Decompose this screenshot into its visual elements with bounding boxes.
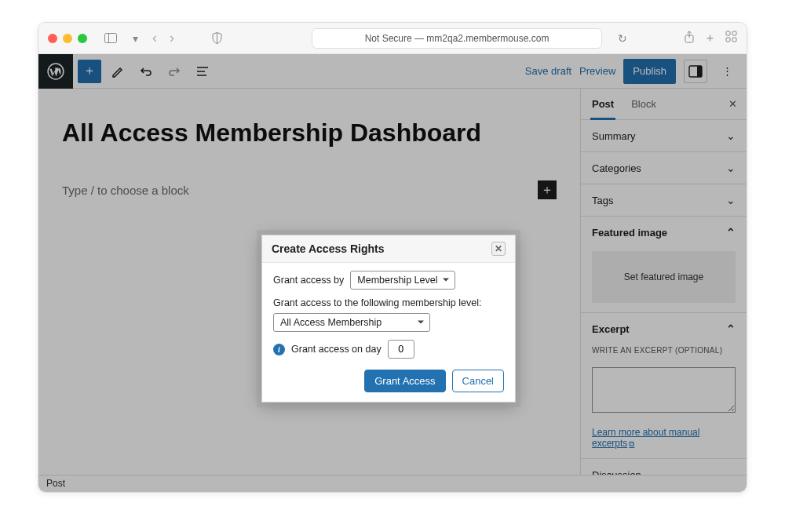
- forward-button[interactable]: ›: [166, 30, 177, 46]
- share-icon[interactable]: [684, 31, 695, 46]
- traffic-lights: [48, 34, 87, 43]
- grant-by-label: Grant access by: [273, 275, 344, 286]
- create-access-rights-dialog: Create Access Rights ✕ Grant access by M…: [261, 235, 516, 403]
- tabs-overview-icon[interactable]: [725, 31, 737, 46]
- browser-titlebar: ▾ ‹ › Not Secure — mm2qa2.membermouse.co…: [38, 23, 747, 54]
- browser-window: ▾ ‹ › Not Secure — mm2qa2.membermouse.co…: [38, 22, 747, 493]
- new-tab-icon[interactable]: ＋: [704, 31, 716, 46]
- membership-level-select[interactable]: All Access Membership: [273, 313, 430, 332]
- wordpress-editor: ＋ Save draft Preview Publish: [38, 54, 747, 492]
- shield-icon[interactable]: [207, 30, 227, 46]
- following-level-label: Grant access to the following membership…: [273, 297, 504, 308]
- svg-rect-5: [726, 38, 730, 42]
- maximize-window-button[interactable]: [78, 34, 87, 43]
- back-button[interactable]: ‹: [149, 30, 160, 46]
- svg-rect-3: [726, 31, 730, 35]
- sidebar-toggle-icon[interactable]: [100, 31, 122, 46]
- close-window-button[interactable]: [48, 34, 57, 43]
- svg-rect-4: [732, 31, 736, 35]
- grant-access-button[interactable]: Grant Access: [364, 370, 445, 392]
- dialog-title: Create Access Rights: [272, 242, 384, 255]
- url-text: Not Secure — mm2qa2.membermouse.com: [365, 33, 550, 44]
- grant-by-select[interactable]: Membership Level: [350, 271, 455, 290]
- grant-day-input[interactable]: [388, 340, 414, 359]
- reload-icon[interactable]: ↻: [613, 30, 632, 47]
- tab-dropdown-icon[interactable]: ▾: [128, 30, 143, 47]
- cancel-button[interactable]: Cancel: [452, 370, 504, 392]
- grant-day-label: Grant access on day: [291, 344, 382, 355]
- svg-rect-0: [105, 34, 117, 43]
- url-bar[interactable]: Not Secure — mm2qa2.membermouse.com: [312, 28, 602, 49]
- svg-rect-6: [732, 38, 736, 42]
- info-icon[interactable]: i: [273, 344, 285, 355]
- minimize-window-button[interactable]: [63, 34, 72, 43]
- dialog-close-button[interactable]: ✕: [491, 242, 506, 256]
